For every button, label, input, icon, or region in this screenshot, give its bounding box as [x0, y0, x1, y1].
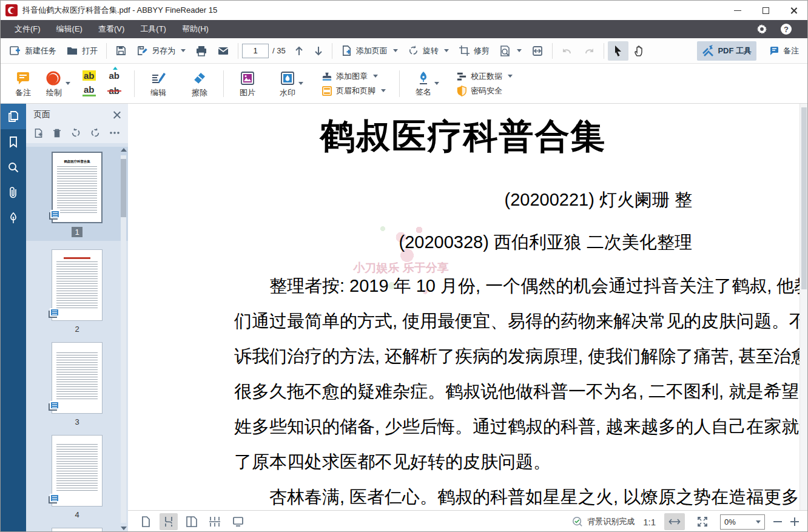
more-options-icon[interactable]	[109, 131, 120, 135]
zoom-out-button[interactable]	[773, 521, 782, 522]
next-page-button[interactable]	[309, 41, 328, 61]
document-text-line: 诉我们治疗的方法, 还解析了疾病的发病原理, 使我们解除了痛苦, 甚至治愈了	[234, 344, 692, 368]
nav-pages-tab[interactable]	[1, 104, 26, 129]
document-text-line: 姓多些知识的储备, 少些后悔。通过鹤叔的科普, 越来越多的人自己在家就解决	[234, 414, 692, 439]
undo-button[interactable]	[556, 41, 578, 61]
menu-file[interactable]: 文件(F)	[7, 20, 49, 38]
nav-attachments-tab[interactable]	[1, 180, 26, 206]
new-task-button[interactable]: 新建任务	[4, 41, 61, 61]
draw-icon	[45, 70, 62, 86]
edit-button[interactable]: 编辑	[143, 68, 173, 99]
redact-data-button[interactable]: 校正数据	[456, 71, 513, 82]
help-icon[interactable]: ?	[781, 24, 792, 35]
settings-gear-icon[interactable]	[756, 24, 767, 35]
highlight-text-button[interactable]: ab	[82, 70, 96, 81]
email-button[interactable]	[212, 41, 234, 61]
add-stamp-button[interactable]: 添加图章	[322, 71, 386, 82]
minimize-button[interactable]	[724, 1, 752, 20]
insert-text-button[interactable]: ab	[108, 70, 121, 81]
thumbnail-scrollbar[interactable]	[120, 147, 127, 531]
note-button[interactable]: 备注	[8, 68, 38, 99]
delete-page-button[interactable]	[52, 128, 62, 138]
zoom-in-button[interactable]	[790, 517, 799, 526]
print-button[interactable]	[190, 41, 212, 61]
paperclip-icon	[7, 186, 19, 200]
left-nav-rail	[1, 104, 26, 532]
rotate-right-button[interactable]	[90, 127, 101, 138]
previous-page-button[interactable]	[289, 41, 309, 61]
close-pages-panel-icon[interactable]	[113, 111, 121, 118]
document-text-line: 很多久拖不愈的疑难杂症。鹤叔说他做科普一不为名, 二不图利, 就是希望老百	[234, 379, 692, 403]
zoom-level-select[interactable]: 0%	[720, 514, 765, 530]
add-pages-button[interactable]: 添加页面	[336, 41, 403, 61]
document-scrollbar[interactable]	[800, 104, 807, 510]
signature-pen-icon	[416, 70, 431, 86]
nav-search-tab[interactable]	[1, 155, 26, 180]
scrollbar-thumb[interactable]	[801, 107, 807, 289]
strikethrough-text-button[interactable]: ab	[108, 86, 121, 96]
watermark-button[interactable]: 水印	[272, 68, 311, 99]
sign-button[interactable]: 签名	[408, 68, 446, 99]
menu-view[interactable]: 查看(V)	[90, 20, 132, 38]
eraser-icon	[192, 70, 207, 86]
view-two-pages-continuous-button[interactable]	[206, 513, 224, 530]
scroll-down-icon[interactable]	[121, 527, 127, 530]
page-thumbnail-1[interactable]: 鹤叔医疗科普合集 1	[26, 147, 128, 241]
hand-tool-button[interactable]	[628, 41, 650, 61]
view-single-page-button[interactable]	[136, 513, 155, 530]
page-number-label: 4	[72, 510, 82, 519]
draw-button[interactable]: 绘制	[38, 68, 78, 99]
save-as-icon	[136, 45, 148, 56]
picture-button[interactable]: 图片	[232, 68, 263, 99]
erase-button[interactable]: 擦除	[184, 68, 215, 99]
title-bar: 抖音仙鹤大叔医疗科普合集.pdf - ABBYY FineReader 15	[1, 1, 807, 20]
scroll-up-icon[interactable]	[121, 148, 127, 152]
menu-help[interactable]: 帮助(H)	[174, 20, 217, 38]
menu-edit[interactable]: 编辑(E)	[49, 20, 90, 38]
underline-text-button[interactable]: ab	[82, 84, 96, 96]
fit-width-button[interactable]	[664, 513, 685, 530]
save-as-button[interactable]: 另存为	[132, 41, 190, 61]
nav-signatures-tab[interactable]	[1, 206, 26, 231]
header-footer-button[interactable]: 页眉和页脚	[322, 86, 386, 96]
rotate-left-button[interactable]	[70, 127, 81, 138]
page-thumbnail-5[interactable]	[26, 528, 128, 532]
open-folder-icon	[66, 45, 78, 57]
comments-panel-button[interactable]: 备注	[763, 41, 804, 61]
close-button[interactable]	[779, 1, 807, 20]
chevron-down-icon	[444, 49, 449, 52]
menu-tools[interactable]: 工具(T)	[132, 20, 174, 38]
document-title: 鹤叔医疗科普合集	[234, 113, 692, 160]
fit-page-button[interactable]	[693, 513, 712, 530]
page-total-label: / 35	[272, 46, 286, 55]
pages-panel-title: 页面	[33, 109, 113, 120]
redo-button[interactable]	[578, 41, 600, 61]
scrollbar-thumb[interactable]	[121, 159, 126, 217]
document-page[interactable]: 小刀娱乐 乐于分享 鹤叔医疗科普合集 (20200221) 灯火阑珊 整 (20…	[128, 104, 807, 510]
add-page-thumb-button[interactable]	[33, 128, 44, 138]
rotate-button[interactable]: 旋转	[403, 41, 454, 61]
document-text-line: 杏林春满, 医者仁心。鹤叔的科普如星星之火, 以燎原之势在造福更多的百	[234, 485, 692, 509]
find-in-page-button[interactable]	[494, 41, 527, 61]
pages-panel: 页面 鹤叔医疗科普合集 1	[26, 104, 128, 532]
fullscreen-view-button[interactable]	[229, 513, 247, 530]
page-thumbnail-2[interactable]: 2	[26, 249, 128, 334]
convert-page-button[interactable]	[527, 41, 548, 61]
nav-bookmarks-tab[interactable]	[1, 129, 26, 155]
page-convert-icon	[531, 45, 544, 57]
page-number-input[interactable]	[242, 44, 269, 58]
page-thumbnail-4[interactable]: 4	[26, 435, 128, 519]
chevron-down-icon	[181, 49, 186, 52]
redo-icon	[583, 45, 595, 56]
save-button[interactable]	[110, 41, 132, 61]
view-two-pages-button[interactable]	[183, 513, 201, 530]
pdf-tools-button[interactable]: PDF 工具	[697, 41, 756, 61]
actual-size-button[interactable]: 1:1	[643, 517, 656, 527]
select-tool-button[interactable]	[608, 41, 628, 61]
password-security-button[interactable]: 密码安全	[456, 86, 513, 96]
maximize-button[interactable]	[752, 1, 779, 20]
crop-button[interactable]: 修剪	[454, 41, 494, 61]
page-thumbnail-3[interactable]: 3	[26, 342, 128, 426]
open-button[interactable]: 打开	[61, 41, 103, 61]
view-continuous-button[interactable]	[160, 513, 178, 530]
